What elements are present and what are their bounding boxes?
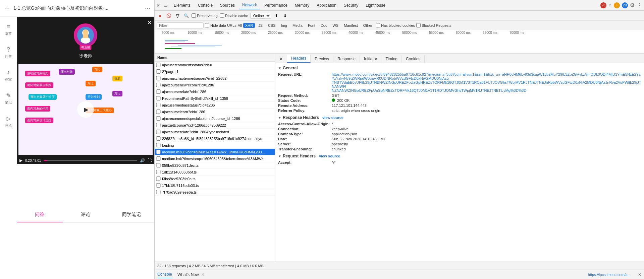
request-checkbox[interactable] [156, 143, 161, 147]
sidebar-item-classroom[interactable]: ♪ 课堂 [5, 69, 12, 82]
tab-elements[interactable]: Elements [170, 2, 194, 9]
request-checkbox[interactable] [156, 63, 161, 67]
tab-timing[interactable]: Timing [381, 55, 402, 63]
tab-performance[interactable]: Performance [261, 2, 291, 9]
request-checkbox[interactable] [156, 183, 161, 188]
all-filter[interactable]: All [238, 23, 242, 27]
request-checkbox[interactable] [156, 136, 161, 141]
request-checkbox[interactable] [156, 69, 161, 74]
tab-console[interactable]: Console [195, 2, 216, 9]
request-item[interactable]: medium.hxk?timestamp=1606054603&token=im… [155, 155, 275, 162]
video-close-button[interactable]: ✕ [147, 19, 152, 26]
play-pause-button[interactable]: ▶ [19, 158, 22, 163]
whats-new-close[interactable]: ✕ [201, 272, 205, 277]
request-checkbox[interactable] [156, 130, 161, 134]
play-button[interactable] [77, 101, 94, 118]
request-checkbox[interactable] [156, 96, 161, 100]
tab-network[interactable]: Network [239, 1, 260, 9]
record-button[interactable]: ● [157, 12, 163, 19]
request-item[interactable]: 7f70ad982efeee6a.ts [155, 189, 275, 196]
filter-doc[interactable]: Doc [319, 23, 329, 28]
request-checkbox[interactable] [156, 103, 161, 107]
request-item[interactable]: ajaxgettcourse?cid=1286&tid=7539222 [155, 122, 275, 129]
hide-data-urls-checkbox[interactable] [205, 23, 209, 27]
request-checkbox[interactable] [156, 123, 161, 127]
request-item[interactable]: ajaxcourserelate?cid=1286&type=related [155, 129, 275, 135]
whats-new-tab[interactable]: What's New ✕ [177, 271, 205, 278]
filter-icon[interactable]: ▽ [174, 12, 181, 19]
has-blocked-cookies-label[interactable]: Has blocked cookies [376, 23, 415, 27]
upload-icon[interactable]: ⬆ [273, 12, 280, 19]
details-close-btn[interactable]: ✕ [275, 55, 287, 63]
request-item-selected[interactable]: medium.m3u8?cdn=aliyun1&ssl=1&hxk_uri=aH… [155, 149, 275, 155]
search-icon[interactable]: 🔍 [183, 12, 190, 19]
request-headers-view-source[interactable]: view source [319, 154, 340, 158]
tab-application[interactable]: Application [313, 2, 340, 9]
sidebar-item-chapters[interactable]: ≡ 章节 [5, 23, 12, 36]
back-button[interactable]: ← [4, 5, 10, 12]
request-checkbox[interactable] [156, 170, 161, 174]
filter-font[interactable]: Font [306, 23, 317, 28]
preserve-log-label[interactable]: Preserve log [192, 13, 218, 18]
request-checkbox[interactable] [156, 163, 161, 167]
request-checkbox[interactable] [156, 89, 161, 94]
stop-button[interactable]: 🚫 [165, 12, 172, 19]
request-item[interactable]: 2?page=1 [155, 68, 275, 75]
expand-button[interactable]: ⋯ [145, 5, 150, 11]
filter-input[interactable] [157, 22, 204, 28]
disable-cache-label[interactable]: Disable cache [220, 13, 248, 18]
tab-memory[interactable]: Memory [291, 2, 313, 9]
filter-other[interactable]: Other [361, 23, 375, 28]
tab-initiator[interactable]: Initiator [360, 55, 381, 63]
tab-sources[interactable]: Sources [217, 2, 238, 9]
request-checkbox[interactable] [156, 190, 161, 194]
response-headers-view-source[interactable]: view source [322, 116, 343, 120]
tab-response[interactable]: Response [333, 55, 360, 63]
response-headers-title[interactable]: ▼ Response Headers view source [278, 115, 641, 120]
tab-security[interactable]: Security [340, 2, 362, 9]
tab-lighthouse[interactable]: Lighthouse [362, 2, 389, 9]
request-checkbox[interactable] [156, 177, 161, 181]
tab-preview[interactable]: Preview [311, 55, 333, 63]
sidebar-item-qa[interactable]: ? 问答 [5, 46, 12, 59]
device-icon[interactable]: ▭ [163, 3, 168, 8]
disable-cache-checkbox[interactable] [220, 13, 224, 18]
request-item[interactable]: RecommendPathBySkillId?skill_id=1358 [155, 95, 275, 102]
blocked-requests-label[interactable]: Blocked Requests [416, 23, 451, 27]
request-item[interactable]: f3be8fec9203fd0a.ts [155, 176, 275, 182]
request-item[interactable]: 059be8230d871dec.ts [155, 162, 275, 169]
request-item[interactable]: 22682?t=m3u8&_id=5f894828255ba9716c61c92… [155, 135, 275, 142]
tab-notes[interactable]: 同学笔记 [108, 208, 154, 222]
preserve-log-checkbox[interactable] [192, 13, 196, 18]
cursor-icon[interactable]: ⊡ [157, 3, 161, 8]
request-checkbox[interactable] [156, 110, 161, 114]
request-checkbox[interactable] [156, 116, 161, 121]
filter-manifest[interactable]: Manifest [342, 23, 360, 28]
settings-icon[interactable]: ⚙ [630, 2, 635, 8]
progress-bar[interactable] [44, 160, 137, 161]
tab-qa[interactable]: 问答 [17, 208, 63, 222]
hide-data-urls-label[interactable]: Hide data URLs [205, 23, 236, 27]
request-item[interactable]: 1db12f1488363bbf.ts [155, 169, 275, 176]
devtools-panel-close[interactable]: ✕ [638, 272, 641, 277]
fullscreen-button[interactable]: ⛶ [148, 158, 152, 163]
request-checkbox[interactable] [156, 150, 161, 154]
request-items[interactable]: ajaxusercommentsstatus?ids= 2?page=1 aja… [155, 62, 275, 262]
tab-headers[interactable]: Headers [287, 55, 311, 63]
request-item[interactable]: ajaxusermediasstatus?cid=1286 [155, 102, 275, 109]
request-checkbox[interactable] [156, 156, 161, 161]
sidebar-item-notes[interactable]: ✎ 笔记 [5, 92, 12, 105]
request-item[interactable]: ajaxcoursenewrecom?cid=1286 [155, 82, 275, 88]
filter-img[interactable]: Img [279, 23, 289, 28]
request-headers-title[interactable]: ▼ Request Headers view source [278, 154, 641, 158]
tab-cookies[interactable]: Cookies [402, 55, 425, 63]
sidebar-item-comments[interactable]: ▷ 评论 [5, 115, 12, 128]
devtools-url[interactable]: https://ipcs.imooc.com/a... [588, 273, 631, 277]
console-tab[interactable]: Console [157, 271, 172, 278]
filter-xhr[interactable]: XHR [243, 23, 255, 28]
request-item[interactable]: loading [155, 142, 275, 149]
request-item[interactable]: ajaxcourselearn?cid=1286 [155, 109, 275, 115]
general-title[interactable]: ▼ General [278, 66, 641, 70]
volume-button[interactable]: 🔊 [140, 158, 145, 163]
download-icon[interactable]: ⬇ [282, 12, 288, 19]
